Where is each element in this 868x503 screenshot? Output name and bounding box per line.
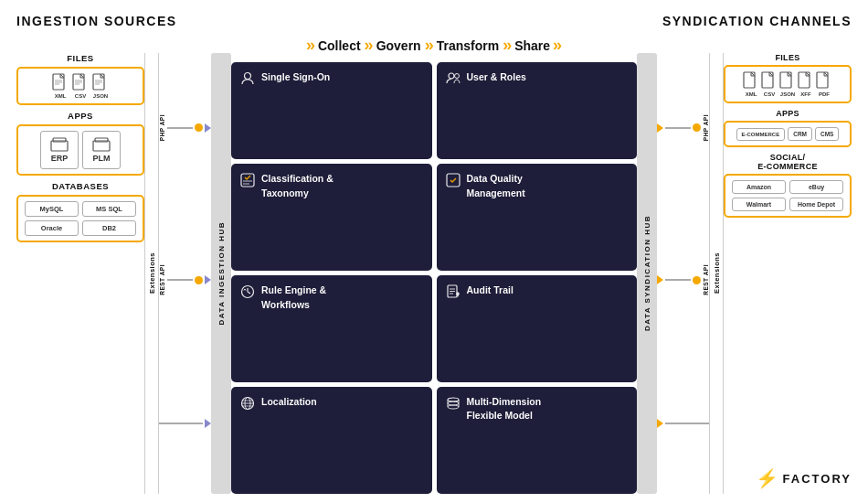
syn-ecommerce-label: SOCIAL/E-COMMERCE — [757, 153, 818, 171]
audit-trail-text: Audit Trail — [467, 284, 513, 297]
flow-bar: » Collect » Govern » Transform » Share » — [231, 33, 637, 62]
files-line — [159, 423, 203, 424]
syndication-title: SYNDICATION CHANNELS — [662, 14, 852, 28]
r-php-dot — [693, 123, 701, 132]
extensions-label-right: Extensions — [709, 53, 724, 494]
rest-arrow — [205, 275, 211, 284]
factory-logo: ⚡ FACTORY — [756, 467, 852, 489]
card-multi-dim: Multi-DimensionFlexible Model — [437, 387, 638, 494]
ingestion-title: INGESTION SOURCES — [16, 14, 177, 28]
svg-point-34 — [448, 401, 459, 405]
user-roles-icon — [446, 71, 460, 89]
extensions-label-left: Extensions — [144, 53, 159, 494]
audit-trail-icon — [446, 284, 460, 302]
localization-text: Localization — [261, 395, 317, 409]
card-dqm: Data QualityManagement — [437, 164, 638, 271]
card-localization: Localization — [231, 387, 432, 494]
csv-label: CSV — [75, 93, 86, 99]
r-php-api-label: PHP API — [703, 114, 709, 141]
right-api-rows: PHP API REST API — [657, 33, 709, 494]
xml-label: XML — [55, 93, 67, 99]
syn-pdf-icon: PDF — [816, 71, 832, 97]
dqm-icon — [446, 173, 460, 190]
dqm-text: Data QualityManagement — [467, 172, 525, 199]
rest-line — [167, 279, 193, 281]
r-rest-dot — [693, 276, 701, 284]
databases-box: MySQL MS SQL Oracle DB2 — [16, 195, 144, 242]
classification-icon — [240, 173, 255, 190]
plm-item: PLM — [82, 131, 121, 169]
cards-grid: Single Sign-On User & Roles Classificati… — [231, 62, 637, 494]
apps-box: ERP PLM — [16, 124, 144, 176]
ebuy-item: eBuy — [789, 180, 843, 194]
files-arrow — [205, 419, 211, 428]
ecommerce-item: E-COMMERCE — [736, 128, 786, 141]
rest-api-label: REST API — [159, 264, 165, 295]
oracle-item: Oracle — [25, 220, 79, 236]
svg-point-16 — [245, 73, 251, 80]
php-arrow — [205, 123, 211, 133]
syn-xml-icon: XML — [743, 71, 759, 97]
files-conn-row — [159, 419, 211, 428]
card-rule-engine: Rule Engine &Workflows — [231, 275, 432, 382]
left-api-rows: PHP API REST API — [159, 33, 211, 494]
share-label: Share — [514, 38, 550, 53]
databases-label: DATABASES — [52, 181, 109, 191]
erp-item: ERP — [40, 131, 79, 169]
center-hub: » Collect » Govern » Transform » Share » — [231, 33, 637, 494]
titles-row: INGESTION SOURCES SYNDICATION CHANNELS — [16, 14, 852, 28]
card-classification: Classification &Taxonomy — [231, 164, 432, 271]
data-syndication-hub-box: DATA SYNDICATION HUB — [637, 53, 657, 494]
csv-file-icon: CSV — [72, 73, 89, 99]
r-rest-api-row: REST API — [657, 264, 709, 295]
data-ingestion-hub-box: DATA INGESTION HUB — [211, 53, 231, 494]
svg-point-35 — [448, 405, 459, 409]
syn-apps-label: APPS — [776, 109, 799, 118]
rule-engine-text: Rule Engine &Workflows — [261, 284, 326, 311]
flow-transform: » Transform — [425, 36, 499, 55]
localization-icon — [240, 396, 255, 413]
files-label: FILES — [67, 53, 93, 63]
chevron-end: » — [553, 36, 562, 55]
transform-label: Transform — [437, 38, 499, 53]
svg-point-17 — [449, 73, 454, 79]
php-api-row: PHP API — [159, 114, 211, 141]
card-user-roles: User & Roles — [437, 62, 638, 159]
multi-dim-text: Multi-DimensionFlexible Model — [467, 395, 542, 423]
svg-point-18 — [454, 74, 459, 79]
php-dot — [195, 123, 203, 132]
classification-text: Classification &Taxonomy — [261, 172, 333, 199]
databases-group: DATABASES MySQL MS SQL Oracle DB2 — [16, 181, 144, 242]
bolt-icon: ⚡ — [756, 467, 778, 489]
plm-label: PLM — [93, 154, 111, 163]
chevron-govern: » — [365, 36, 374, 55]
r-rest-line — [665, 279, 691, 281]
syn-csv-icon: CSV — [761, 71, 778, 97]
flow-share: » Share » — [503, 36, 562, 55]
syn-ecommerce-box: Amazon eBuy Walmart Home Depot — [724, 174, 852, 218]
content-row: FILES XML — [16, 33, 852, 494]
homedepot-item: Home Depot — [789, 198, 843, 211]
r-rest-arrow — [657, 275, 663, 284]
r-rest-api-label: REST API — [703, 264, 709, 295]
mssql-item: MS SQL — [82, 201, 136, 217]
php-api-label: PHP API — [159, 114, 165, 141]
syn-xff-icon: XFF — [798, 71, 814, 97]
amazon-item: Amazon — [732, 180, 786, 194]
syn-files-label: FILES — [775, 53, 799, 62]
syn-apps-box: E-COMMERCE CRM CMS — [724, 121, 852, 147]
card-sso: Single Sign-On — [231, 62, 432, 159]
rule-engine-icon — [240, 284, 255, 302]
left-connectors: Extensions PHP API REST API — [144, 33, 231, 494]
rest-dot — [195, 276, 203, 284]
syn-ecommerce-group: SOCIAL/E-COMMERCE Amazon eBuy Walmart Ho… — [724, 153, 852, 218]
syn-files-box: XML CSV JSON XFF — [724, 65, 852, 103]
syn-json-icon: JSON — [779, 71, 796, 97]
apps-label: APPS — [68, 111, 93, 121]
syndication-section: FILES XML CSV JSON — [724, 33, 852, 494]
factory-text: FACTORY — [783, 472, 852, 486]
main-layout: INGESTION SOURCES SYNDICATION CHANNELS F… — [0, 0, 868, 503]
sso-text: Single Sign-On — [261, 70, 330, 84]
ingestion-section: FILES XML — [16, 33, 144, 494]
mysql-item: MySQL — [25, 201, 79, 217]
